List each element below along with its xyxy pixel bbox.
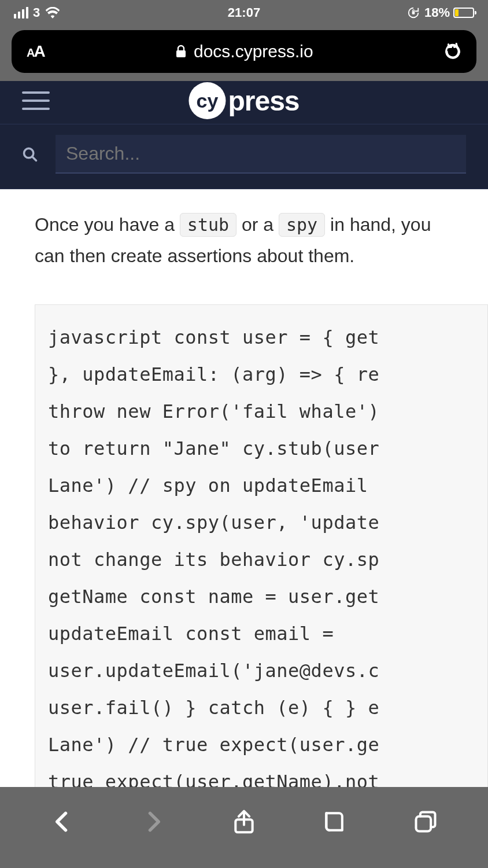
back-button[interactable] xyxy=(50,809,75,834)
page-content: Once you have a stub or a spy in hand, y… xyxy=(0,189,488,852)
logo[interactable]: cy press xyxy=(188,82,299,119)
lock-icon xyxy=(175,45,187,58)
svg-rect-0 xyxy=(412,11,415,14)
text-size-button[interactable]: AA xyxy=(27,42,45,61)
intro-paragraph: Once you have a stub or a spy in hand, y… xyxy=(35,209,488,272)
search-input[interactable] xyxy=(56,135,466,174)
signal-bars-icon xyxy=(14,7,28,19)
spy-code-chip: spy xyxy=(279,213,325,237)
search-icon xyxy=(22,146,38,163)
url-text: docs.cypress.io xyxy=(194,42,313,61)
svg-rect-6 xyxy=(416,816,431,832)
stub-code-chip: stub xyxy=(180,213,236,237)
safari-toolbar xyxy=(0,787,488,868)
svg-rect-1 xyxy=(176,50,186,57)
bookmarks-button[interactable] xyxy=(322,809,347,834)
svg-line-3 xyxy=(32,156,36,160)
tabs-button[interactable] xyxy=(413,809,438,834)
rotation-lock-icon xyxy=(407,6,420,19)
menu-button[interactable] xyxy=(22,91,50,110)
battery-pct-label: 18% xyxy=(424,5,450,20)
logo-badge: cy xyxy=(188,82,225,119)
carrier-label: 3 xyxy=(33,5,40,20)
logo-text: press xyxy=(228,85,299,117)
reload-icon[interactable] xyxy=(444,43,461,60)
intro-text-mid: or a xyxy=(236,214,279,235)
battery-indicator: 18% xyxy=(424,5,474,20)
share-button[interactable] xyxy=(231,809,257,834)
ios-status-bar: 3 21:07 18% xyxy=(0,0,488,25)
address-field[interactable]: docs.cypress.io xyxy=(175,42,313,61)
intro-text-pre: Once you have a xyxy=(35,214,180,235)
safari-address-bar: AA docs.cypress.io xyxy=(0,25,488,81)
code-block[interactable]: javascript const user = { get }, updateE… xyxy=(35,304,488,852)
forward-button[interactable] xyxy=(141,809,166,834)
site-nav: cy press xyxy=(0,81,488,189)
clock: 21:07 xyxy=(228,5,260,20)
wifi-icon xyxy=(45,7,61,19)
